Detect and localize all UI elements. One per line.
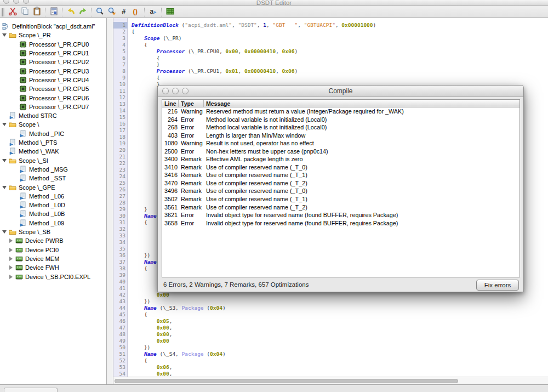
line-number: 4: [113, 42, 125, 48]
result-type: Remark: [179, 179, 204, 188]
disclosure-collapsed-icon[interactable]: [9, 275, 13, 279]
svg-text:#: #: [122, 7, 126, 15]
cut-icon: [8, 7, 18, 18]
compile-result-row[interactable]: 3496RemarkUse of compiler reserved name …: [162, 187, 520, 195]
compile-results-table: Line Type Message 216WarningReserved met…: [162, 99, 520, 277]
tree-item[interactable]: Scope \_PR: [0, 31, 107, 39]
tree-item[interactable]: Scope \_SI: [0, 156, 107, 165]
tree-item[interactable]: Method _L06: [0, 192, 107, 201]
line-number: 27: [113, 193, 125, 200]
compile-result-row[interactable]: 403ErrorLength is larger than Min/Max wi…: [162, 132, 520, 140]
find-button[interactable]: [94, 7, 105, 18]
undo-button[interactable]: [65, 7, 76, 18]
tree-item[interactable]: Scope \_GPE: [0, 183, 107, 191]
compile-result-row[interactable]: 268ErrorMethod local variable is not ini…: [162, 123, 520, 132]
redo-button[interactable]: [77, 7, 88, 18]
tree-item[interactable]: Processor \_PR.CPU1: [0, 49, 107, 58]
form-button[interactable]: [48, 7, 59, 18]
compile-result-row[interactable]: 3658ErrorInvalid object type for reserve…: [162, 219, 520, 228]
tree-item[interactable]: Method _L09: [0, 219, 107, 228]
tree-item[interactable]: Scope \: [0, 120, 107, 129]
tree-item[interactable]: Method _SST: [0, 174, 107, 183]
tree-item[interactable]: Method _L0D: [0, 201, 107, 209]
tree-item[interactable]: Device MEM: [0, 254, 107, 263]
tree-item[interactable]: Method STRC: [0, 111, 107, 120]
copy-button[interactable]: [19, 7, 30, 18]
tree-item[interactable]: DefinitionBlock "acpi_dsdt.aml": [0, 22, 107, 31]
tree-item[interactable]: Scope \_SB: [0, 228, 107, 236]
chip-icon: [19, 103, 27, 111]
goto-line-button[interactable]: #: [118, 7, 129, 18]
parens-button[interactable]: (): [130, 7, 141, 18]
tree-item-label: Scope \_GPE: [19, 184, 55, 191]
result-line-number: 2500: [162, 147, 179, 156]
tree-item[interactable]: Device FWH: [0, 263, 107, 272]
compile-result-row[interactable]: 3621ErrorInvalid object type for reserve…: [162, 211, 520, 219]
disclosure-expanded-icon[interactable]: [2, 33, 7, 37]
compile-result-row[interactable]: 3416RemarkUse of compiler reserved name …: [162, 171, 520, 179]
tree-item[interactable]: Processor \_PR.CPU2: [0, 58, 107, 66]
disclosure-expanded-icon[interactable]: [2, 186, 7, 189]
disclosure-collapsed-icon[interactable]: [9, 265, 13, 270]
paste-button[interactable]: [31, 7, 42, 18]
tree-item-label: Processor \_PR.CPU3: [29, 68, 89, 75]
tree-item[interactable]: Method \_PTS: [0, 138, 107, 147]
disclosure-collapsed-icon[interactable]: [9, 248, 13, 252]
tree-item-label: Method _PIC: [29, 130, 64, 137]
panel-divider[interactable]: [107, 18, 113, 384]
compile-result-row[interactable]: 3561RemarkUse of compiler reserved name …: [162, 203, 520, 212]
tree-item[interactable]: Method _L0B: [0, 209, 107, 218]
find-next-button[interactable]: [106, 7, 117, 18]
tree-item-label: Method _L0B: [29, 211, 65, 217]
cut-button[interactable]: [7, 7, 18, 18]
column-header-line[interactable]: Line: [162, 100, 179, 107]
disclosure-collapsed-icon[interactable]: [9, 257, 13, 261]
line-number: 31: [113, 219, 125, 226]
tree-item[interactable]: Method _MSG: [0, 165, 107, 174]
disclosure-expanded-icon[interactable]: [2, 230, 7, 234]
compile-result-row[interactable]: 3410RemarkUse of compiler reserved name …: [162, 163, 520, 172]
toolbar-drag-handle[interactable]: [2, 8, 4, 16]
compile-result-row[interactable]: 3470RemarkUse of compiler reserved name …: [162, 179, 520, 188]
tree-item[interactable]: Processor \_PR.CPU7: [0, 103, 107, 111]
compile-result-row[interactable]: 216WarningReserved method must return a …: [162, 107, 520, 116]
tree-item[interactable]: Processor \_PR.CPU0: [0, 40, 107, 49]
tree-item[interactable]: Device PCI0: [0, 246, 107, 254]
scrollbar-thumb[interactable]: [115, 379, 458, 383]
tree-item[interactable]: Processor \_PR.CPU4: [0, 76, 107, 84]
compile-dialog-titlebar: Compile: [158, 86, 523, 97]
column-header-type[interactable]: Type: [179, 100, 204, 107]
code-line: {: [132, 29, 135, 35]
disclosure-expanded-icon[interactable]: [2, 123, 7, 126]
code-line: }: [132, 206, 147, 213]
footer-partial-widget[interactable]: [4, 388, 58, 392]
compile-result-row[interactable]: 3502RemarkUse of compiler reserved name …: [162, 195, 520, 203]
font-button[interactable]: a: [147, 7, 158, 18]
device-icon: [15, 264, 23, 271]
compile-dialog-title: Compile: [158, 87, 523, 95]
tree-item[interactable]: Method _PIC: [0, 129, 107, 138]
result-type: Error: [179, 132, 204, 140]
tree-item[interactable]: Processor \_PR.CPU3: [0, 67, 107, 76]
result-type: Remark: [179, 203, 204, 212]
compile-status-bar: 6 Errors, 2 Warnings, 7 Remarks, 657 Opt…: [158, 277, 523, 293]
line-number: 33: [113, 232, 125, 239]
tree-item[interactable]: Device \_SB.PCI0.EXPL: [0, 272, 107, 281]
compile-result-row[interactable]: 3400RemarkEffective AML package length i…: [162, 155, 520, 163]
tree-item[interactable]: Processor \_PR.CPU6: [0, 93, 107, 102]
line-number: 41: [113, 285, 125, 292]
compile-result-row[interactable]: 2500ErrorNon-hex letters must be upper c…: [162, 147, 520, 156]
tree-item[interactable]: Device PWRB: [0, 236, 107, 245]
result-message: Use of compiler reserved name (_T_2): [204, 203, 520, 212]
disclosure-collapsed-icon[interactable]: [9, 238, 13, 243]
tree-item[interactable]: Processor \_PR.CPU5: [0, 84, 107, 93]
compile-button[interactable]: [164, 7, 175, 18]
disclosure-expanded-icon[interactable]: [2, 159, 7, 162]
line-number: 22: [113, 160, 125, 167]
compile-result-row[interactable]: 1080WarningResult is not used, operator …: [162, 139, 520, 147]
fix-errors-button[interactable]: Fix errors: [476, 280, 519, 291]
compile-result-row[interactable]: 264ErrorMethod local variable is not ini…: [162, 116, 520, 124]
tree-item[interactable]: Method \_WAK: [0, 147, 107, 156]
column-header-message[interactable]: Message: [204, 100, 520, 107]
editor-horizontal-scrollbar[interactable]: [113, 377, 548, 384]
